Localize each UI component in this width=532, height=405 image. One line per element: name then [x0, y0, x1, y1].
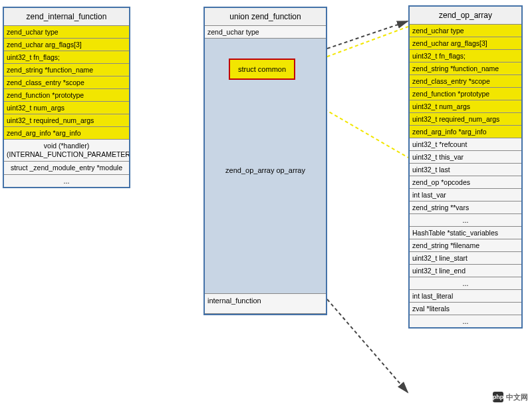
struct-field: struct _zend_module_entry *module: [4, 162, 129, 175]
middle-title: union zend_function: [205, 8, 326, 26]
struct-field: zend_string *filename: [410, 239, 521, 252]
struct-field: uint32_t *refcount: [410, 138, 521, 151]
watermark-text: 中文网: [506, 392, 528, 402]
union-zend-function-box: union zend_function zend_uchar type stru…: [203, 7, 327, 315]
struct-field: zend_uchar arg_flags[3]: [4, 39, 129, 51]
struct-field: ...: [410, 315, 521, 327]
struct-field: zend_uchar type: [205, 26, 326, 39]
internal-function-label: internal_function: [207, 297, 261, 305]
struct-field: ...: [410, 277, 521, 290]
struct-field: zend_uchar type: [4, 26, 129, 39]
struct-field: ...: [4, 175, 129, 187]
struct-field: uint32_t required_num_args: [410, 113, 521, 126]
op-array-label: zend_op_array op_array: [205, 165, 326, 176]
struct-field: zend_string *function_name: [4, 64, 129, 76]
struct-field: zend_uchar type: [410, 25, 521, 37]
struct-field: zval *literals: [410, 303, 521, 315]
struct-common-label: struct common: [238, 65, 286, 73]
struct-field: uint32_t fn_flags;: [4, 51, 129, 64]
struct-field: zend_string *function_name: [410, 63, 521, 75]
struct-common-box: struct common: [229, 59, 295, 80]
struct-field: zend_string **vars: [410, 202, 521, 214]
watermark: php 中文网: [493, 392, 528, 402]
right-title: zend_op_array: [410, 7, 521, 25]
internal-function-section: internal_function: [205, 294, 326, 314]
struct-field: void (*handler)(INTERNAL_FUNCTION_PARAME…: [4, 140, 129, 162]
struct-field: HashTable *static_variables: [410, 227, 521, 239]
struct-field: uint32_t line_start: [410, 252, 521, 265]
svg-line-1: [327, 299, 408, 392]
struct-field: zend_function *prototype: [410, 88, 521, 100]
svg-line-0: [327, 21, 408, 49]
struct-field: uint32_t num_args: [410, 100, 521, 113]
struct-field: zend_function *prototype: [4, 89, 129, 102]
zend-internal-function-box: zend_internal_function zend_uchar type z…: [3, 7, 130, 188]
struct-field: zend_op *opcodes: [410, 176, 521, 189]
struct-field: zend_arg_info *arg_info: [410, 126, 521, 138]
struct-field: uint32_t fn_flags;: [410, 50, 521, 63]
struct-field: zend_class_entry *scope: [410, 75, 521, 88]
op-array-section: struct common zend_op_array op_array: [205, 39, 326, 294]
zend-op-array-box: zend_op_array zend_uchar type zend_uchar…: [408, 5, 523, 329]
struct-field: uint32_t last: [410, 164, 521, 176]
struct-field: uint32_t line_end: [410, 265, 521, 277]
struct-field: uint32_t this_var: [410, 151, 521, 164]
struct-field: ...: [410, 214, 521, 227]
struct-field: zend_uchar arg_flags[3]: [410, 37, 521, 50]
struct-field: uint32_t num_args: [4, 102, 129, 114]
struct-field: zend_class_entry *scope: [4, 76, 129, 89]
struct-field: uint32_t required_num_args: [4, 114, 129, 127]
php-logo-icon: php: [493, 392, 503, 402]
struct-field: int last_literal: [410, 290, 521, 303]
struct-field: zend_arg_info *arg_info: [4, 127, 129, 140]
struct-field: int last_var: [410, 189, 521, 202]
left-title: zend_internal_function: [4, 8, 129, 26]
